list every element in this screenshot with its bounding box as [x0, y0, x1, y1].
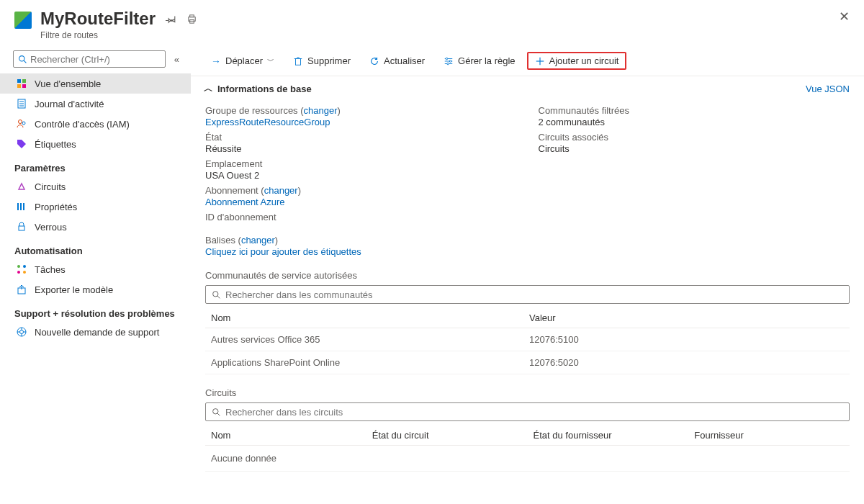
sidebar-item-support[interactable]: Nouvelle demande de support [0, 322, 191, 342]
circuits-icon [16, 181, 27, 192]
sidebar-item-circuits[interactable]: Circuits [0, 176, 191, 197]
properties-icon [16, 201, 27, 212]
search-icon [212, 408, 221, 417]
sidebar-item-label: Vue d'ensemble [35, 78, 101, 89]
communities-col-value[interactable]: Valeur [529, 312, 850, 323]
svg-rect-30 [296, 58, 301, 65]
sidebar-item-properties[interactable]: Propriétés [0, 197, 191, 217]
resource-icon [14, 12, 32, 29]
sidebar-item-iam[interactable]: Contrôle d'accès (IAM) [0, 114, 191, 134]
support-icon [16, 326, 27, 338]
circuits-col-provider-state[interactable]: État du fournisseur [528, 430, 689, 441]
sidebar-item-label: Propriétés [35, 202, 77, 212]
essentials-grid: Groupe de ressources (changer) ExpressRo… [191, 98, 864, 223]
sidebar-search-input[interactable] [30, 54, 161, 65]
sidebar-item-label: Exporter le modèle [35, 284, 113, 295]
page-subtitle: Filtre de routes [40, 30, 850, 40]
state-value: Réussite [205, 143, 517, 154]
pin-icon[interactable] [166, 14, 176, 24]
circuits-col-name[interactable]: Nom [205, 430, 366, 441]
locks-icon [16, 221, 27, 233]
manage-rule-button[interactable]: Gérer la règle [436, 53, 522, 69]
sidebar: « Vue d'ensembleJournal d'activitéContrô… [0, 46, 191, 504]
main-content: → Déplacer ﹀ Supprimer Actualiser [191, 46, 864, 504]
sidebar-item-overview[interactable]: Vue d'ensemble [0, 73, 191, 94]
sub-label: Abonnement [205, 185, 258, 196]
table-row[interactable]: Autres services Office 36512076:5100 [205, 328, 850, 351]
tags-icon [16, 138, 27, 150]
circuits-col-state[interactable]: État du circuit [366, 430, 528, 441]
sidebar-search[interactable] [13, 50, 166, 68]
refresh-button[interactable]: Actualiser [362, 53, 432, 69]
svg-point-14 [22, 122, 25, 125]
move-icon: → [211, 55, 221, 67]
svg-line-42 [217, 296, 220, 298]
print-icon[interactable] [186, 14, 197, 24]
circuits-title: Circuits [191, 374, 864, 401]
svg-point-43 [213, 408, 218, 413]
close-icon[interactable]: ✕ [839, 9, 850, 24]
sidebar-item-export[interactable]: Exporter le modèle [0, 279, 191, 300]
sidebar-item-activity[interactable]: Journal d'activité [0, 94, 191, 114]
sub-change-link[interactable]: changer [264, 185, 298, 196]
sidebar-item-locks[interactable]: Verrous [0, 217, 191, 237]
communities-search[interactable] [205, 285, 850, 304]
communities-col-name[interactable]: Nom [205, 312, 529, 323]
sidebar-item-label: Circuits [35, 181, 66, 192]
svg-rect-1 [190, 14, 194, 17]
filtered-value: 2 communautés [539, 117, 850, 127]
location-label: Emplacement [205, 158, 517, 169]
state-label: État [205, 132, 517, 143]
move-button[interactable]: → Déplacer ﹀ [204, 53, 282, 70]
activity-icon [16, 98, 27, 109]
svg-point-21 [17, 271, 20, 274]
communities-title: Communautés de service autorisées [191, 257, 864, 284]
svg-point-13 [19, 120, 22, 124]
sidebar-item-label: Tâches [35, 264, 66, 275]
tags-change-link[interactable]: changer [241, 235, 275, 246]
export-icon [16, 284, 27, 295]
filtered-label: Communautés filtrées [539, 105, 850, 116]
circuits-search[interactable] [205, 402, 850, 421]
svg-point-19 [17, 265, 20, 268]
table-row[interactable]: Applications SharePoint Online12076:5020 [205, 351, 850, 374]
view-json-link[interactable]: Vue JSON [806, 84, 850, 94]
communities-search-input[interactable] [225, 289, 843, 300]
svg-point-38 [447, 63, 449, 65]
trash-icon [293, 56, 303, 66]
sidebar-item-label: Journal d'activité [35, 99, 104, 109]
sliders-icon [444, 56, 454, 66]
page-header: MyRouteFilter Filtre de routes ✕ [0, 0, 864, 46]
rg-change-link[interactable]: changer [304, 105, 338, 116]
svg-point-3 [19, 55, 24, 60]
community-value: 12076:5100 [529, 334, 850, 345]
svg-point-37 [449, 60, 451, 62]
svg-point-36 [446, 58, 448, 60]
iam-icon [16, 118, 27, 130]
collapse-sidebar-icon[interactable]: « [171, 53, 182, 66]
circuits-col-provider[interactable]: Fournisseur [688, 430, 850, 441]
tasks-icon [16, 264, 27, 275]
delete-button[interactable]: Supprimer [286, 53, 358, 69]
sidebar-item-tags[interactable]: Étiquettes [0, 134, 191, 154]
svg-rect-18 [19, 226, 24, 230]
search-icon [18, 55, 27, 64]
svg-line-44 [217, 413, 220, 415]
rg-value[interactable]: ExpressRouteResourceGroup [205, 117, 517, 127]
svg-rect-7 [17, 84, 21, 88]
location-value: USA Ouest 2 [205, 170, 517, 181]
svg-line-4 [24, 60, 26, 63]
community-name: Applications SharePoint Online [205, 357, 529, 368]
sidebar-item-label: Nouvelle demande de support [35, 327, 159, 338]
sidebar-item-label: Verrous [35, 222, 67, 233]
svg-point-41 [213, 291, 218, 296]
sidebar-item-tasks[interactable]: Tâches [0, 259, 191, 279]
essentials-toggle[interactable]: ︿ Informations de base [204, 82, 312, 95]
circuits-search-input[interactable] [225, 407, 843, 418]
overview-icon [16, 78, 27, 89]
svg-rect-5 [17, 79, 21, 83]
sub-value[interactable]: Abonnement Azure [205, 197, 517, 207]
add-circuit-button[interactable]: Ajouter un circuit [527, 52, 627, 70]
tags-add-link[interactable]: Cliquez ici pour ajouter des étiquettes [205, 246, 850, 257]
circuits-nodata: Aucune donnée [205, 446, 850, 472]
